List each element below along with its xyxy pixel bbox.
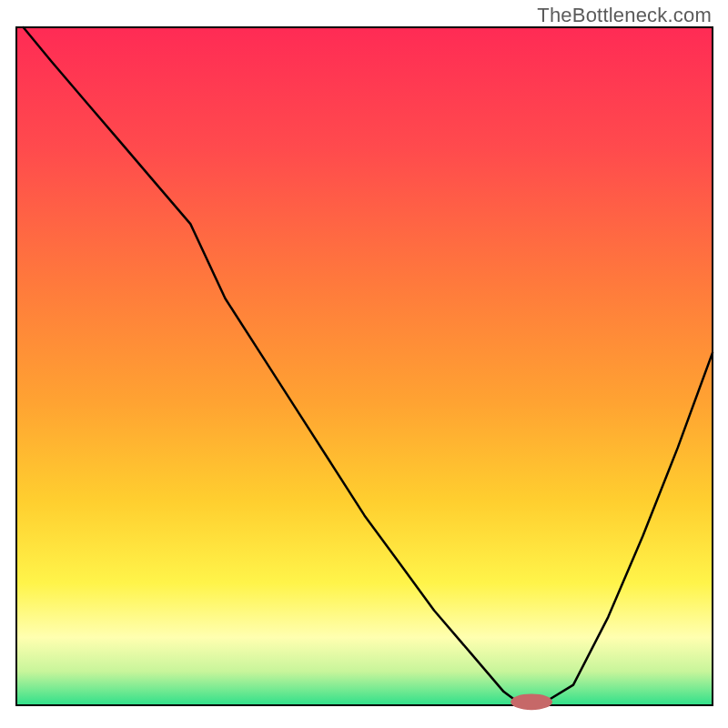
watermark-text: TheBottleneck.com [537,4,712,27]
bottleneck-chart [0,0,728,728]
plot-background [16,27,713,705]
optimal-marker [511,693,552,710]
chart-container: TheBottleneck.com [0,0,728,728]
